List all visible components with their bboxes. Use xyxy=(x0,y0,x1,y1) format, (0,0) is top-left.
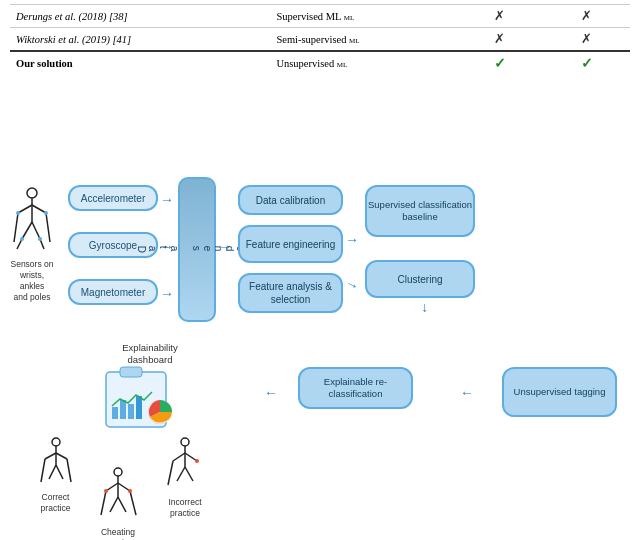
clipboard-area xyxy=(98,362,188,432)
svg-point-37 xyxy=(104,489,108,493)
arrow-sender-to-process: → xyxy=(218,239,232,255)
author-cell-3: Our solution xyxy=(10,51,270,75)
col4-cell-1: ✗ xyxy=(543,5,630,28)
svg-line-23 xyxy=(45,453,56,459)
cheating-practice-label: Cheating practice xyxy=(88,527,148,540)
svg-line-25 xyxy=(49,465,56,479)
svg-rect-15 xyxy=(120,367,142,377)
method-cell-2: Semi-supervised ml xyxy=(270,28,456,52)
svg-line-9 xyxy=(46,213,50,242)
svg-line-45 xyxy=(168,461,173,485)
arrow-process-to-clustering: → xyxy=(342,275,361,295)
svg-point-39 xyxy=(181,438,189,446)
svg-line-34 xyxy=(118,497,126,512)
arrow-clustering-to-unsupervised: → xyxy=(417,301,433,315)
svg-line-35 xyxy=(101,491,106,515)
cheating-practice-figure: Cheating practice xyxy=(88,467,148,540)
arrow-unsupervised-to-explainable: ← xyxy=(460,385,474,401)
svg-point-21 xyxy=(52,438,60,446)
incorrect-practice-figure: Incorrect practice xyxy=(155,437,215,519)
data-calibration-box: Data calibration xyxy=(238,185,343,215)
svg-line-42 xyxy=(185,453,197,461)
col3-cell-2: ✗ xyxy=(456,28,543,52)
method-cell-3: Unsupervised ml xyxy=(270,51,456,75)
svg-line-24 xyxy=(56,453,67,459)
incorrect-practice-label: Incorrect practice xyxy=(155,497,215,519)
col3-cell-3: ✓ xyxy=(456,51,543,75)
col3-cell-1: ✗ xyxy=(456,5,543,28)
svg-line-36 xyxy=(130,491,136,515)
sensor-label: Sensors onwrists,anklesand poles xyxy=(2,259,62,303)
svg-point-13 xyxy=(38,237,42,241)
data-sender-box: Datasender xyxy=(178,177,216,322)
arrow-mag-to-sender: → xyxy=(160,286,174,302)
svg-point-10 xyxy=(16,211,20,215)
svg-line-44 xyxy=(185,467,193,481)
svg-line-32 xyxy=(118,483,130,491)
explainable-reclassification-box: Explainable re-classification xyxy=(298,367,413,409)
svg-rect-18 xyxy=(128,404,134,419)
feature-engineering-box: Feature engineering xyxy=(238,225,343,263)
svg-line-43 xyxy=(177,467,185,481)
supervised-classification-box: Supervised classification baseline xyxy=(365,185,475,237)
unsupervised-tagging-box: Unsupervised tagging xyxy=(502,367,617,417)
svg-line-2 xyxy=(18,205,32,213)
svg-point-46 xyxy=(195,459,199,463)
col4-cell-2: ✗ xyxy=(543,28,630,52)
arrow-acc-to-sender: → xyxy=(160,192,174,208)
svg-line-3 xyxy=(32,205,46,213)
svg-point-38 xyxy=(128,489,132,493)
table-section: Derungs et al. (2018) [38] Supervised ML… xyxy=(0,0,640,75)
svg-line-31 xyxy=(106,483,118,491)
correct-practice-figure: Correct practice xyxy=(28,437,83,514)
svg-line-41 xyxy=(173,453,185,461)
magnetometer-box: Magnetometer xyxy=(68,279,158,305)
sensor-figure: Sensors onwrists,anklesand poles xyxy=(2,187,62,303)
svg-rect-16 xyxy=(112,407,118,419)
diagram: Sensors onwrists,anklesand poles Acceler… xyxy=(0,77,640,497)
svg-point-29 xyxy=(114,468,122,476)
clustering-box: Clustering xyxy=(365,260,475,298)
svg-rect-19 xyxy=(136,396,142,419)
svg-line-27 xyxy=(41,459,45,482)
arrow-process-to-supervised: → xyxy=(345,232,359,248)
svg-line-33 xyxy=(110,497,118,512)
accelerometer-box: Accelerometer xyxy=(68,185,158,211)
method-cell-1: Supervised ML ml xyxy=(270,5,456,28)
arrow-explainable-to-dashboard: ← xyxy=(264,385,278,401)
correct-practice-label: Correct practice xyxy=(28,492,83,514)
svg-line-28 xyxy=(67,459,71,482)
svg-point-11 xyxy=(44,211,48,215)
author-cell-1: Derungs et al. (2018) [38] xyxy=(10,5,270,28)
svg-line-8 xyxy=(14,213,18,242)
svg-rect-17 xyxy=(120,400,126,419)
svg-line-6 xyxy=(32,222,40,239)
svg-point-0 xyxy=(27,188,37,198)
feature-analysis-box: Feature analysis & selection xyxy=(238,273,343,313)
svg-point-12 xyxy=(20,237,24,241)
svg-line-26 xyxy=(56,465,63,479)
svg-line-4 xyxy=(22,222,32,239)
author-cell-2: Wiktorski et al. (2019) [41] xyxy=(10,28,270,52)
col4-cell-3: ✓ xyxy=(543,51,630,75)
